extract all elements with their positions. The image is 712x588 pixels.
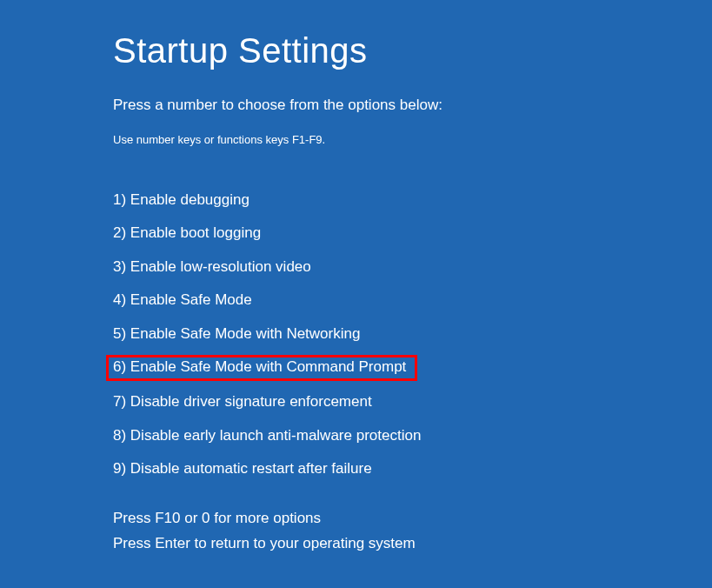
- option-item-4[interactable]: 4) Enable Safe Mode: [106, 288, 259, 312]
- option-item-5[interactable]: 5) Enable Safe Mode with Networking: [106, 322, 367, 346]
- option-item-1[interactable]: 1) Enable debugging: [106, 188, 256, 212]
- footer: Press F10 or 0 for more options Press En…: [113, 505, 416, 558]
- option-item-6[interactable]: 6) Enable Safe Mode with Command Prompt: [106, 355, 417, 381]
- instruction-text: Press a number to choose from the option…: [113, 97, 712, 114]
- option-item-7[interactable]: 7) Disable driver signature enforcement: [106, 390, 379, 414]
- hint-text: Use number keys or functions keys F1-F9.: [113, 133, 712, 146]
- footer-return: Press Enter to return to your operating …: [113, 531, 416, 557]
- option-item-8[interactable]: 8) Disable early launch anti-malware pro…: [106, 424, 428, 448]
- options-list: 1) Enable debugging2) Enable boot loggin…: [113, 188, 712, 482]
- page-title: Startup Settings: [113, 31, 712, 70]
- option-item-3[interactable]: 3) Enable low-resolution video: [106, 255, 318, 279]
- option-item-2[interactable]: 2) Enable boot logging: [106, 221, 268, 245]
- footer-more-options: Press F10 or 0 for more options: [113, 505, 416, 531]
- option-item-9[interactable]: 9) Disable automatic restart after failu…: [106, 457, 379, 481]
